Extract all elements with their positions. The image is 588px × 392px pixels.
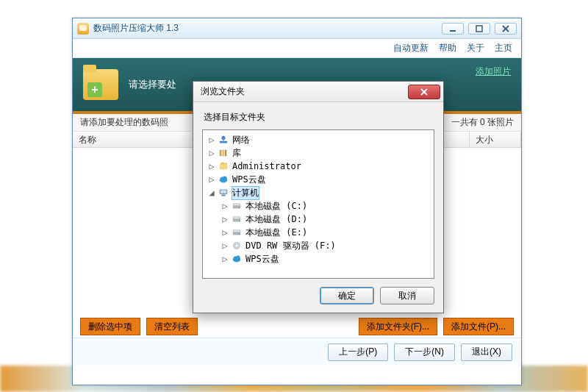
tree-node[interactable]: ▷网络 <box>203 133 434 146</box>
expand-icon[interactable]: ▷ <box>207 174 216 185</box>
minimize-button[interactable] <box>442 23 464 35</box>
tree-node-label: 本地磁盘 (D:) <box>245 213 307 226</box>
delete-selected-button[interactable]: 删除选中项 <box>80 318 140 335</box>
dialog-instruction: 选择目标文件夹 <box>193 102 443 129</box>
next-step-button[interactable]: 下一步(N) <box>394 343 455 361</box>
tree-node[interactable]: ▷DVD RW 驱动器 (F:) <box>203 239 434 252</box>
expand-icon[interactable]: ▷ <box>207 135 216 145</box>
plus-icon: + <box>87 82 102 97</box>
expand-icon[interactable]: ▷ <box>220 240 229 251</box>
disk-icon <box>231 201 243 211</box>
window-controls <box>442 23 517 35</box>
tree-node-label: 本地磁盘 (C:) <box>245 200 307 213</box>
tree-node-label: 本地磁盘 (E:) <box>245 227 307 239</box>
status-left: 请添加要处理的数码照 <box>80 116 168 129</box>
svg-rect-1 <box>476 26 482 32</box>
ok-button[interactable]: 确定 <box>320 287 374 304</box>
user-icon <box>218 161 229 171</box>
tree-node-label: 计算机 <box>232 187 259 199</box>
network-icon <box>218 135 229 145</box>
app-icon <box>77 23 89 35</box>
folder-tree[interactable]: ▷网络▷库▷Administrator▷WPS云盘◢计算机▷本地磁盘 (C:)▷… <box>202 129 434 279</box>
tree-node-label: DVD RW 驱动器 (F:) <box>245 240 336 252</box>
cloud-icon <box>218 174 229 185</box>
exit-button[interactable]: 退出(X) <box>461 343 512 361</box>
banner-folder-icon: + <box>83 69 118 100</box>
tree-node-label: 网络 <box>232 134 250 146</box>
expand-icon[interactable]: ◢ <box>207 188 216 198</box>
browse-folder-dialog: 浏览文件夹 选择目标文件夹 ▷网络▷库▷Administrator▷WPS云盘◢… <box>193 81 444 313</box>
nav-row: 上一步(P) 下一步(N) 退出(X) <box>73 338 521 366</box>
close-icon <box>420 88 428 96</box>
tree-node[interactable]: ▷本地磁盘 (E:) <box>203 226 434 239</box>
tree-node[interactable]: ▷库 <box>203 146 434 160</box>
expand-icon[interactable]: ▷ <box>220 227 229 238</box>
dialog-titlebar[interactable]: 浏览文件夹 <box>193 82 443 102</box>
expand-icon[interactable]: ▷ <box>220 214 229 224</box>
app-title: 数码照片压缩大师 1.3 <box>93 22 179 35</box>
column-size[interactable]: 大小 <box>470 132 521 147</box>
tree-node[interactable]: ▷WPS云盘 <box>203 173 434 186</box>
lib-icon <box>218 148 229 158</box>
dialog-close-button[interactable] <box>408 85 440 99</box>
add-photo-link[interactable]: 添加照片 <box>476 65 511 78</box>
add-folder-button[interactable]: 添加文件夹(F)... <box>359 318 437 335</box>
disk-icon <box>231 227 243 238</box>
menu-help[interactable]: 帮助 <box>439 42 456 54</box>
cloud-icon <box>231 254 243 264</box>
tree-node[interactable]: ▷本地磁盘 (C:) <box>203 199 434 213</box>
cancel-button[interactable]: 取消 <box>380 287 434 304</box>
menu-bar: 自动更新 帮助 关于 主页 <box>73 39 521 58</box>
expand-icon[interactable]: ▷ <box>207 148 216 158</box>
menu-home[interactable]: 主页 <box>495 42 512 54</box>
maximize-button[interactable] <box>468 23 490 35</box>
add-file-button[interactable]: 添加文件(P)... <box>443 318 514 335</box>
dialog-title: 浏览文件夹 <box>201 85 245 98</box>
tree-node-label: Administrator <box>232 161 301 171</box>
tree-node[interactable]: ▷WPS云盘 <box>203 252 434 266</box>
action-row: 删除选中项 清空列表 添加文件夹(F)... 添加文件(P)... <box>73 316 521 338</box>
status-right: 一共有 0 张照片 <box>451 116 514 129</box>
expand-icon[interactable]: ▷ <box>220 254 229 264</box>
disk-icon <box>231 214 243 224</box>
tree-node-label: 库 <box>232 147 241 160</box>
titlebar[interactable]: 数码照片压缩大师 1.3 <box>73 18 521 39</box>
tree-node-label: WPS云盘 <box>232 174 266 186</box>
dvd-icon <box>231 240 243 251</box>
clear-list-button[interactable]: 清空列表 <box>146 318 198 335</box>
prev-step-button[interactable]: 上一步(P) <box>328 343 388 361</box>
expand-icon[interactable]: ▷ <box>207 161 216 171</box>
tree-node-label: WPS云盘 <box>245 253 279 266</box>
tree-node[interactable]: ▷Administrator <box>203 160 434 173</box>
close-button[interactable] <box>495 23 517 35</box>
pc-icon <box>218 188 229 198</box>
tree-node[interactable]: ▷本地磁盘 (D:) <box>203 213 434 226</box>
menu-about[interactable]: 关于 <box>467 42 484 54</box>
banner-text: 请选择要处 <box>129 78 176 91</box>
menu-auto-update[interactable]: 自动更新 <box>393 42 429 54</box>
dialog-button-row: 确定 取消 <box>193 279 443 313</box>
tree-node[interactable]: ◢计算机 <box>203 186 434 199</box>
expand-icon[interactable]: ▷ <box>220 201 229 211</box>
